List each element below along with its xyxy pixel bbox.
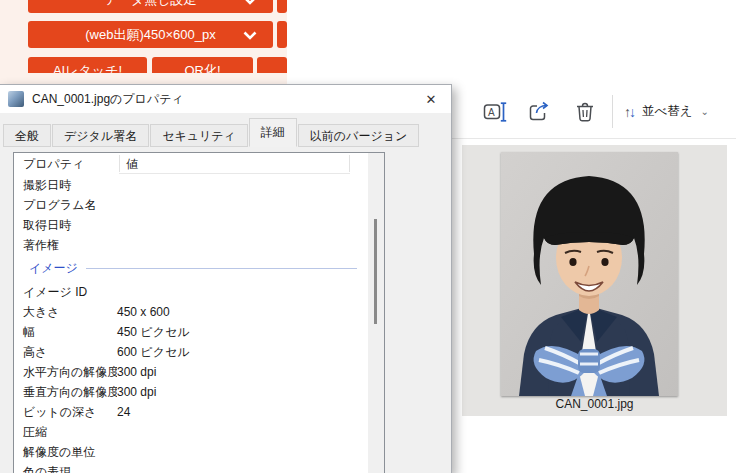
chevron-down-icon	[243, 0, 257, 5]
rename-icon[interactable]: A	[483, 101, 508, 123]
file-explorer-panel: A ↑↓ 並べ替え ⌄	[452, 84, 736, 473]
table-row[interactable]: 高さ600 ピクセル	[14, 342, 368, 362]
table-row[interactable]: 圧縮	[14, 422, 368, 442]
id-photo-image	[501, 152, 678, 396]
column-header-value[interactable]: 値	[126, 156, 138, 173]
qr-label: QR化!	[184, 62, 220, 74]
table-row[interactable]: 解像度の単位	[14, 442, 368, 462]
sort-label: 並べ替え	[642, 103, 693, 120]
no-data-setting-label: データ無し設定	[105, 0, 197, 9]
button-row-3: AIレタッチ! QR化!	[0, 57, 287, 73]
dialog-titlebar[interactable]: CAN_0001.jpgのプロパティ ✕	[0, 85, 451, 113]
sort-arrows-icon: ↑↓	[624, 104, 634, 120]
size-preset-button[interactable]: (web出願)450×600_px	[28, 21, 273, 48]
property-rows: 撮影日時 プログラム名 取得日時 著作権 イメージ イメージ ID 大きさ450…	[14, 175, 368, 473]
chevron-down-icon	[243, 31, 257, 40]
tab-previous-versions[interactable]: 以前のバージョン	[298, 124, 419, 147]
section-header-image: イメージ	[14, 255, 368, 282]
share-icon[interactable]	[527, 101, 551, 123]
button-row-1: データ無し設定	[0, 0, 287, 13]
tab-general[interactable]: 全般	[3, 124, 51, 147]
file-tile[interactable]: CAN_0001.jpg	[462, 145, 727, 416]
table-row[interactable]: 著作権	[14, 235, 368, 255]
close-icon[interactable]: ✕	[411, 85, 451, 113]
table-row[interactable]: ビットの深さ24	[14, 402, 368, 422]
size-preset-label: (web出願)450×600_px	[85, 26, 215, 44]
explorer-toolbar: A ↑↓ 並べ替え ⌄	[452, 84, 736, 139]
delete-icon[interactable]	[574, 101, 596, 123]
file-name-caption: CAN_0001.jpg	[462, 397, 727, 411]
table-row[interactable]: イメージ ID	[14, 282, 368, 302]
ai-retouch-label: AIレタッチ!	[53, 62, 122, 74]
header-underline	[119, 173, 350, 174]
chevron-down-icon: ⌄	[701, 106, 709, 117]
table-row[interactable]: 幅450 ピクセル	[14, 322, 368, 342]
tab-security[interactable]: セキュリティ	[150, 124, 248, 147]
scrollbar-thumb[interactable]	[374, 219, 377, 324]
table-row[interactable]: 取得日時	[14, 215, 368, 235]
tab-digital-signatures[interactable]: デジタル署名	[52, 124, 149, 147]
photo-thumbnail[interactable]	[501, 152, 678, 396]
clipped-button-fragment[interactable]	[277, 21, 287, 48]
table-row[interactable]: 垂直方向の解像度300 dpi	[14, 382, 368, 402]
dialog-tabs: 全般 デジタル署名 セキュリティ 詳細 以前のバージョン	[3, 121, 451, 147]
properties-list: プロパティ 値 撮影日時 プログラム名 取得日時 著作権 イメージ イメージ I…	[13, 152, 385, 473]
table-row[interactable]: 水平方向の解像度300 dpi	[14, 362, 368, 382]
table-row[interactable]: プログラム名	[14, 195, 368, 215]
table-row[interactable]: 大きさ450 x 600	[14, 302, 368, 322]
qr-button[interactable]: QR化!	[152, 57, 253, 73]
no-data-setting-button[interactable]: データ無し設定	[28, 0, 273, 13]
clipped-button-fragment[interactable]	[257, 57, 287, 73]
list-header[interactable]: プロパティ 値	[14, 153, 384, 174]
webapp-background: データ無し設定 (web出願)450×600_px AIレタッチ! QR化!	[0, 0, 287, 84]
table-row[interactable]: 撮影日時	[14, 175, 368, 195]
properties-dialog: CAN_0001.jpgのプロパティ ✕ 全般 デジタル署名 セキュリティ 詳細…	[0, 84, 452, 473]
svg-text:A: A	[488, 107, 495, 118]
column-header-property[interactable]: プロパティ	[23, 156, 84, 173]
section-divider-line	[86, 268, 357, 269]
table-row[interactable]: 色の表現	[14, 462, 368, 473]
screen: データ無し設定 (web出願)450×600_px AIレタッチ! QR化! A	[0, 0, 736, 473]
ai-retouch-button[interactable]: AIレタッチ!	[28, 57, 147, 73]
toolbar-separator	[612, 95, 613, 128]
column-divider[interactable]	[349, 155, 350, 172]
column-divider[interactable]	[119, 155, 120, 172]
clipped-button-fragment[interactable]	[277, 0, 287, 13]
scrollbar[interactable]	[368, 153, 384, 473]
tab-details[interactable]: 詳細	[249, 118, 297, 147]
file-thumbnail-icon	[8, 91, 24, 107]
sort-button[interactable]: ↑↓ 並べ替え ⌄	[624, 84, 709, 139]
dialog-title: CAN_0001.jpgのプロパティ	[32, 91, 184, 108]
